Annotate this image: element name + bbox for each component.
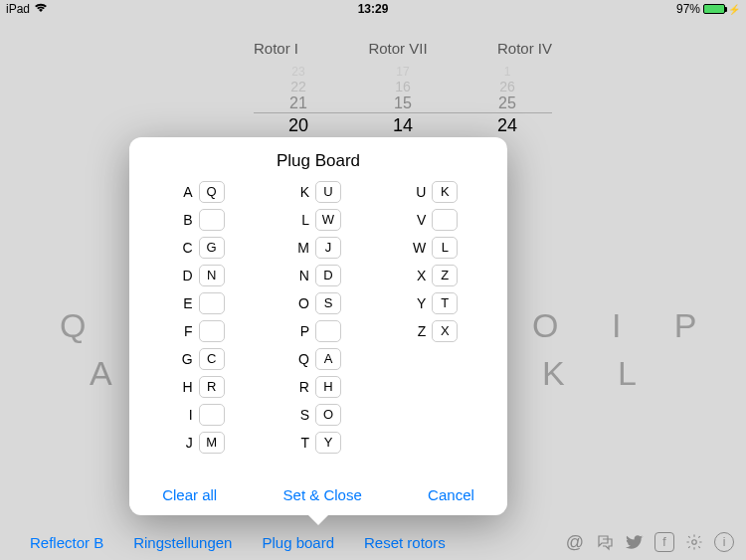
plug-label: L — [295, 212, 309, 228]
rotor-val: 15 — [358, 94, 448, 112]
plug-row-X: XZ — [412, 265, 458, 286]
rotor-val: 24 — [463, 115, 552, 136]
plug-row-U: UK — [412, 181, 458, 203]
plug-input-J[interactable]: M — [199, 432, 225, 454]
popover-arrow — [307, 514, 329, 525]
plug-label: A — [179, 184, 193, 200]
plug-label: P — [295, 323, 309, 339]
plug-input-C[interactable]: G — [199, 237, 225, 259]
rotor-label-3: Rotor IV — [497, 40, 552, 57]
plug-input-P[interactable] — [315, 320, 341, 342]
plug-label: D — [179, 268, 193, 283]
plug-input-O[interactable]: S — [315, 292, 341, 314]
rotor-wheels[interactable]: 23171 221626 211525 201424 — [254, 63, 552, 136]
keyboard-bg-row2-right: K L — [542, 354, 658, 393]
plug-row-V: V — [412, 209, 458, 231]
plug-row-Z: ZX — [412, 320, 458, 342]
plug-input-V[interactable] — [432, 209, 458, 231]
plug-row-I: I — [179, 404, 225, 426]
twitter-icon[interactable] — [625, 532, 645, 552]
keyboard-bg-row1-left: Q — [60, 306, 125, 345]
plug-label: T — [295, 435, 309, 451]
plug-input-S[interactable]: O — [315, 404, 341, 426]
plug-label: O — [295, 295, 309, 311]
plug-label: V — [412, 212, 426, 228]
rotor-val: 22 — [254, 79, 343, 94]
plug-row-D: DN — [179, 265, 225, 286]
plug-row-F: F — [179, 320, 225, 342]
plug-row-C: CG — [179, 237, 225, 259]
plug-label: X — [412, 268, 426, 283]
ringstellungen-button[interactable]: Ringstellungen — [133, 534, 232, 551]
plug-input-K[interactable]: U — [315, 181, 341, 203]
plug-row-L: LW — [295, 209, 341, 231]
set-close-button[interactable]: Set & Close — [283, 486, 362, 503]
plug-row-Q: QA — [295, 348, 341, 370]
plug-label: C — [179, 240, 193, 256]
plug-grid: AQBCGDNEFGCHRIJMKULWMJNDOSPQARHSOTYUKVWL… — [129, 181, 507, 454]
plug-input-D[interactable]: N — [199, 265, 225, 286]
rotor-val: 17 — [358, 65, 448, 79]
plugboard-popover: Plug Board AQBCGDNEFGCHRIJMKULWMJNDOSPQA… — [129, 137, 507, 515]
plug-row-A: AQ — [179, 181, 225, 203]
reflector-button[interactable]: Reflector B — [30, 534, 103, 551]
rotor-val: 20 — [254, 115, 343, 136]
plug-input-R[interactable]: H — [315, 376, 341, 398]
plug-label: I — [179, 407, 193, 423]
plug-input-H[interactable]: R — [199, 376, 225, 398]
facebook-icon[interactable]: f — [654, 532, 674, 552]
chat-icon[interactable] — [595, 532, 615, 552]
plug-input-Z[interactable]: X — [432, 320, 458, 342]
clear-all-button[interactable]: Clear all — [162, 486, 217, 503]
plug-input-E[interactable] — [199, 292, 225, 314]
rotor-val: 21 — [254, 94, 343, 112]
plug-row-T: TY — [295, 432, 341, 454]
info-icon[interactable]: i — [714, 532, 734, 552]
plug-row-J: JM — [179, 432, 225, 454]
plug-row-N: ND — [295, 265, 341, 286]
plug-input-I[interactable] — [199, 404, 225, 426]
device-label: iPad — [6, 2, 30, 16]
battery-icon — [703, 4, 725, 14]
gear-icon[interactable] — [684, 532, 704, 552]
keyboard-bg-row1-right: O I P — [532, 306, 718, 345]
plug-label: K — [295, 184, 309, 200]
plug-row-H: HR — [179, 376, 225, 398]
plug-input-B[interactable] — [199, 209, 225, 231]
plug-row-K: KU — [295, 181, 341, 203]
plug-row-P: P — [295, 320, 341, 342]
battery-percent: 97% — [676, 2, 700, 16]
plug-input-Q[interactable]: A — [315, 348, 341, 370]
plug-input-M[interactable]: J — [315, 237, 341, 259]
plug-label: J — [179, 435, 193, 451]
plug-input-A[interactable]: Q — [199, 181, 225, 203]
plug-row-E: E — [179, 292, 225, 314]
svg-point-0 — [692, 540, 697, 545]
plug-input-F[interactable] — [199, 320, 225, 342]
plug-input-W[interactable]: L — [432, 237, 458, 259]
rotor-label-2: Rotor VII — [368, 40, 427, 57]
plug-row-Y: YT — [412, 292, 458, 314]
rotor-header: Rotor I Rotor VII Rotor IV — [254, 40, 552, 57]
plug-input-G[interactable]: C — [199, 348, 225, 370]
plug-input-T[interactable]: Y — [315, 432, 341, 454]
wifi-icon — [34, 2, 48, 16]
rotor-val: 14 — [358, 115, 448, 136]
plug-input-U[interactable]: K — [432, 181, 458, 203]
plug-label: Z — [412, 323, 426, 339]
plug-label: S — [295, 407, 309, 423]
plug-label: F — [179, 323, 193, 339]
rotor-label-1: Rotor I — [254, 40, 298, 57]
plugboard-button[interactable]: Plug board — [262, 534, 334, 551]
plug-input-N[interactable]: D — [315, 265, 341, 286]
plug-input-X[interactable]: Z — [432, 265, 458, 286]
plug-label: H — [179, 379, 193, 395]
plug-label: Q — [295, 351, 309, 367]
plug-input-L[interactable]: W — [315, 209, 341, 231]
reset-rotors-button[interactable]: Reset rotors — [364, 534, 446, 551]
plug-input-Y[interactable]: T — [432, 292, 458, 314]
cancel-button[interactable]: Cancel — [428, 486, 474, 503]
plug-row-M: MJ — [295, 237, 341, 259]
plug-label: B — [179, 212, 193, 228]
at-icon[interactable]: @ — [565, 532, 585, 552]
